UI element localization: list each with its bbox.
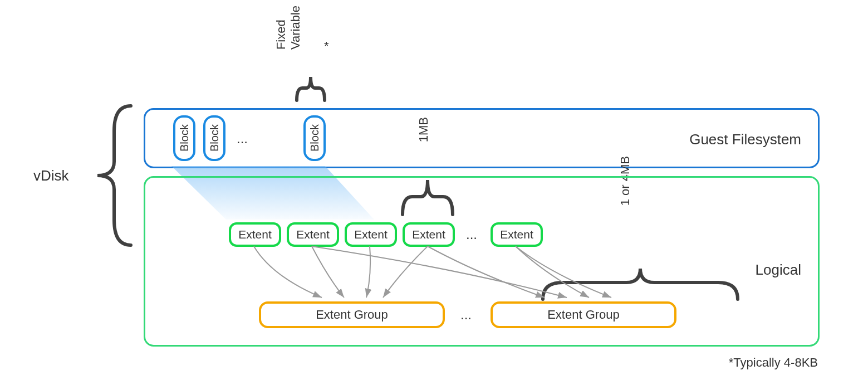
extent-4: Extent [403,222,455,247]
block-1: Block [173,115,195,161]
vdisk-brace-icon [92,103,136,248]
guest-filesystem-box: Guest Filesystem Block Block ... Block [144,108,820,168]
logical-box: Logical Extent Extent Extent Extent ... … [144,176,820,347]
logical-label: Logical [756,261,801,279]
block-n: Block [303,115,326,161]
block-2: Block [203,115,225,161]
block-size-type-label: Fixed Variable [274,6,303,50]
extent-ellipsis: ... [466,227,477,242]
block-1-label: Block [178,118,191,159]
footnote: *Typically 4-8KB [729,355,818,370]
block-ellipsis: ... [237,131,248,147]
block-n-label: Block [308,118,321,159]
extent-group-ellipsis: ... [460,307,472,323]
extent-n: Extent [491,222,543,247]
variable-text: Variable [288,6,302,50]
fixed-text: Fixed [274,20,288,50]
guest-filesystem-label: Guest Filesystem [689,131,801,148]
extent-2: Extent [287,222,339,247]
extent-1: Extent [229,222,281,247]
extent-group-2: Extent Group [491,301,676,328]
extent-size-label: 1MB [416,117,431,142]
fixed-variable-brace-icon [294,72,327,104]
extent-3: Extent [345,222,397,247]
vdisk-label: vDisk [33,167,69,184]
extent-group-1: Extent Group [259,301,445,328]
block-2-label: Block [208,118,221,159]
block-size-asterisk: * [324,39,329,53]
